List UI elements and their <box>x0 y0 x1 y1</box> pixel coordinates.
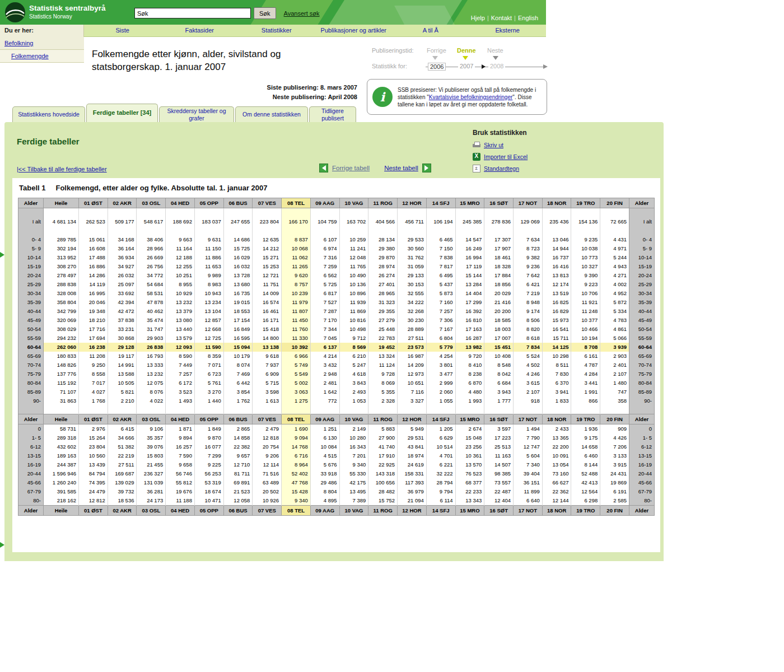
nav-item[interactable]: A til Å <box>392 25 469 37</box>
value-cell: 15 803 <box>137 451 166 460</box>
value-cell: 15 271 <box>253 253 282 262</box>
value-cell: 14 768 <box>282 442 311 451</box>
value-cell: 9 658 <box>166 460 195 469</box>
tab-5[interactable]: Tidligere publisert <box>309 106 356 122</box>
value-cell: 7 045 <box>310 334 339 343</box>
value-cell: 17 716 <box>79 325 108 334</box>
value-cell: 8 708 <box>571 343 600 352</box>
value-cell: 13 138 <box>253 343 282 352</box>
col-header: 09 AAG <box>310 414 339 424</box>
table-row: 90-31 8631 7682 2104 0221 4931 4401 7621… <box>18 396 655 405</box>
nav-item[interactable]: Publikasjoner og artikler <box>315 25 393 37</box>
previous-table-link[interactable]: Forrige tabell <box>332 165 370 171</box>
search-input[interactable] <box>134 8 251 18</box>
sidebar-item-link[interactable]: Befolkning <box>4 40 33 46</box>
value-cell: 6 465 <box>426 235 455 244</box>
table-row: 65-69180 83311 20819 11716 7938 5908 359… <box>18 352 655 361</box>
table-row: 45-661 260 24074 395139 029131 03955 812… <box>18 478 655 487</box>
tool-link[interactable]: Skriv ut <box>484 142 503 148</box>
value-cell: 6 562 <box>310 271 339 280</box>
value-cell: 3 801 <box>426 361 455 370</box>
timeline-option[interactable]: Denne <box>457 47 476 54</box>
sidebar-item[interactable]: Befolkning <box>0 37 84 50</box>
value-cell: 12 255 <box>166 262 195 271</box>
tool-row: Skriv ut <box>473 141 528 149</box>
value-cell: 106 194 <box>426 217 455 226</box>
value-cell: 15 144 <box>455 271 484 280</box>
notice-link[interactable]: Kvartalsvise befolkningsendringer <box>429 94 513 100</box>
tab-4[interactable]: Om denne statistikken <box>235 106 308 122</box>
value-cell: 5 872 <box>600 298 629 307</box>
advanced-search-link[interactable]: Avansert søk <box>284 10 320 17</box>
age-cell: 5- 9 <box>629 244 655 253</box>
age-cell: 45-66 <box>18 478 44 487</box>
top-link-english[interactable]: English <box>518 15 538 21</box>
value-cell: 11 899 <box>514 487 543 496</box>
timeline-row-1: Publiseringstid: ForrigeDenneNeste <box>372 47 548 55</box>
table-row: 35-39358 80420 04642 39447 87813 23213 2… <box>18 298 655 307</box>
table-title: Tabell 1Folkemengd, etter alder og fylke… <box>19 184 655 192</box>
value-cell: 11 760 <box>282 325 311 334</box>
age-cell: 65-69 <box>18 352 44 361</box>
tool-link[interactable]: Importer til Excel <box>484 153 528 160</box>
timeline-option[interactable]: Forrige <box>427 47 446 54</box>
search-button[interactable]: Søk <box>254 7 276 19</box>
value-cell: 16 249 <box>455 244 484 253</box>
value-cell: 4 426 <box>600 433 629 442</box>
value-cell: 218 162 <box>44 496 79 506</box>
age-cell: 0 <box>18 424 44 434</box>
value-cell: 4 701 <box>426 451 455 460</box>
previous-table-arrow-icon[interactable] <box>319 164 328 172</box>
value-cell: 5 247 <box>339 361 368 370</box>
nav-item[interactable]: Faktasider <box>161 25 239 37</box>
value-cell: 1 768 <box>79 396 108 405</box>
value-cell: 8 590 <box>166 352 195 361</box>
col-header: Heile <box>44 414 79 424</box>
value-cell: 4 254 <box>426 352 455 361</box>
value-cell: 14 507 <box>484 460 514 469</box>
timeline-year[interactable]: 2007 <box>458 63 475 69</box>
value-cell: 66 627 <box>542 478 571 487</box>
excel-icon <box>473 153 480 161</box>
standard-icon <box>473 165 480 172</box>
timeline-option[interactable]: Neste <box>487 47 503 54</box>
value-cell <box>166 226 195 235</box>
next-table-arrow-icon[interactable] <box>422 164 431 172</box>
value-cell: 16 886 <box>79 262 108 271</box>
value-cell: 15 711 <box>542 334 571 343</box>
tab-2[interactable]: Ferdige tabeller [34] <box>86 104 158 122</box>
col-header: Alder <box>629 198 655 208</box>
timeline-year[interactable]: 2008 <box>488 63 505 69</box>
value-cell: 9 223 <box>571 280 600 289</box>
table-row: 70-74148 8269 25014 99113 3337 4497 0718… <box>18 361 655 370</box>
value-cell: 2 479 <box>253 424 282 434</box>
value-cell: 56 253 <box>194 469 223 478</box>
back-to-tables-link[interactable]: |<< Tilbake til alle ferdige tabeller <box>17 166 107 172</box>
tool-link[interactable]: Standardtegn <box>484 165 519 172</box>
tab-1[interactable]: Statistikkens hovedside <box>12 106 85 122</box>
table-caption: Folkemengd, etter alder og fylke. Absolu… <box>55 184 267 192</box>
tab-3[interactable]: Skreddersy tabeller og grafer <box>159 106 234 122</box>
value-cell: 129 069 <box>514 217 543 226</box>
nav-item[interactable]: Siste <box>84 25 161 37</box>
top-link-kontakt[interactable]: Kontakt <box>491 15 512 21</box>
value-cell: 7 817 <box>426 262 455 271</box>
value-cell <box>368 226 398 235</box>
table-row: I alt4 681 134262 523509 177548 617188 6… <box>18 217 655 226</box>
value-cell: 25 513 <box>484 442 514 451</box>
value-cell: 10 298 <box>542 352 571 361</box>
table-row: 55-59294 23217 69430 86829 90313 57912 7… <box>18 334 655 343</box>
top-link-hjelp[interactable]: Hjelp <box>471 15 485 21</box>
nav-item[interactable]: Statistikker <box>238 25 315 37</box>
col-header: Alder <box>629 414 655 424</box>
value-cell: 43 841 <box>398 442 427 451</box>
next-table-link[interactable]: Neste tabell <box>384 165 418 171</box>
sidebar-item[interactable]: Folkemengde <box>0 50 84 63</box>
value-cell: 14 212 <box>253 244 282 253</box>
table-row: 1- 5289 31815 26434 66635 3579 8949 8701… <box>18 433 655 442</box>
age-cell: 85-89 <box>629 388 655 396</box>
col-header: Alder <box>18 414 44 424</box>
timeline-year[interactable]: 2006 <box>428 63 446 71</box>
sidebar-item-link[interactable]: Folkemengde <box>11 53 49 59</box>
nav-item[interactable]: Eksterne <box>469 25 547 37</box>
